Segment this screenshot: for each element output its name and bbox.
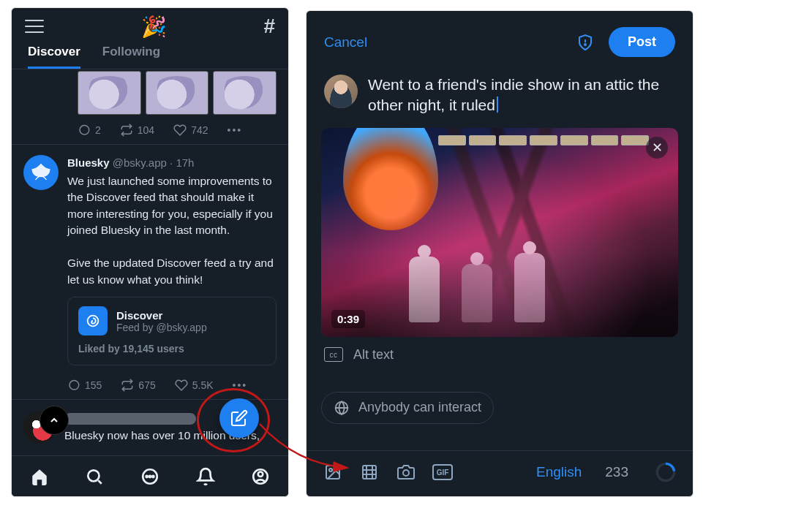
svg-point-3: [146, 475, 148, 477]
reply-count: 2: [95, 124, 101, 136]
post-button[interactable]: Post: [609, 27, 675, 57]
nav-chat-icon[interactable]: [140, 467, 159, 486]
reply-count: 155: [85, 379, 102, 391]
repost-button[interactable]: 104: [120, 124, 154, 137]
svg-rect-13: [363, 466, 376, 479]
video-duration: 0:39: [331, 310, 365, 328]
bottom-nav: [12, 455, 288, 496]
post-header[interactable]: Bluesky @bsky.app · 17h: [67, 155, 277, 170]
svg-point-5: [152, 475, 154, 477]
author-name: Bluesky: [67, 156, 110, 169]
like-button[interactable]: 5.5K: [175, 379, 214, 392]
reply-button[interactable]: 155: [67, 379, 102, 392]
composer-screen: Cancel Post Went to a friend's indie sho…: [306, 10, 693, 497]
attached-video[interactable]: 0:39 ✕: [321, 128, 678, 337]
hashtag-icon[interactable]: #: [263, 15, 275, 38]
shield-warning-icon[interactable]: [576, 34, 594, 51]
reply-button[interactable]: 2: [78, 124, 101, 137]
composer-top-bar: Cancel Post: [307, 11, 693, 64]
scroll-to-top-button[interactable]: [40, 406, 69, 435]
compose-textarea[interactable]: Went to a friend's indie show in an atti…: [368, 75, 675, 116]
post-timestamp: 17h: [176, 156, 194, 169]
svg-point-7: [258, 471, 263, 477]
compose-fab-button[interactable]: [219, 398, 259, 438]
repost-count: 675: [138, 379, 155, 391]
nav-search-icon[interactable]: [85, 467, 104, 486]
repost-count: 104: [138, 124, 154, 136]
feed-screen: 🎉 # Discover Following 2 104 742 •••: [11, 7, 289, 497]
feed-tabs: Discover Following: [12, 45, 288, 69]
tab-discover[interactable]: Discover: [28, 45, 80, 69]
svg-point-1: [89, 470, 99, 481]
composer-toolbar: GIF English 233: [307, 450, 693, 496]
more-icon[interactable]: •••: [228, 124, 243, 136]
post-image-grid[interactable]: [12, 69, 288, 116]
nav-bell-icon[interactable]: [196, 467, 215, 486]
post-actions-row: 2 104 742 •••: [12, 116, 288, 144]
svg-point-4: [149, 475, 151, 477]
like-button[interactable]: 742: [173, 124, 208, 137]
svg-point-12: [329, 469, 332, 471]
gif-icon[interactable]: GIF: [432, 464, 453, 480]
compose-row: Went to a friend's indie show in an atti…: [307, 64, 693, 121]
avatar[interactable]: [23, 155, 59, 190]
author-handle: @bsky.app: [113, 156, 167, 169]
feed-embed-card[interactable]: Discover Feed by @bsky.app Liked by 19,1…: [67, 297, 277, 365]
cc-icon: cc: [324, 347, 343, 362]
more-icon[interactable]: •••: [233, 379, 248, 391]
feed-title: Discover: [116, 309, 207, 322]
post-actions-row: 155 675 5.5K •••: [67, 371, 277, 399]
svg-point-18: [403, 470, 409, 476]
user-avatar[interactable]: [324, 75, 358, 108]
nav-profile-icon[interactable]: [251, 467, 270, 486]
camera-icon[interactable]: [396, 463, 416, 481]
redacted-header: [64, 413, 196, 425]
interaction-settings-button[interactable]: Anybody can interact: [321, 392, 494, 424]
nav-home-icon[interactable]: [30, 467, 49, 486]
video-icon[interactable]: [359, 463, 380, 481]
remove-media-button[interactable]: ✕: [646, 137, 668, 159]
cancel-button[interactable]: Cancel: [324, 34, 367, 50]
feed-post: Bluesky @bsky.app · 17h We just launched…: [12, 144, 288, 399]
top-bar: 🎉 #: [12, 8, 288, 45]
app-logo-graphic: 🎉: [141, 15, 167, 39]
language-button[interactable]: English: [536, 464, 582, 480]
post-text: We just launched some improvements to th…: [67, 173, 277, 288]
repost-button[interactable]: 675: [121, 379, 155, 392]
like-count: 5.5K: [192, 379, 214, 391]
menu-icon[interactable]: [25, 20, 44, 33]
feed-likes: Liked by 19,145 users: [78, 343, 266, 355]
feed-subtitle: Feed by @bsky.app: [116, 322, 207, 333]
alt-text-button[interactable]: cc Alt text: [307, 337, 693, 367]
tab-following[interactable]: Following: [102, 45, 160, 69]
char-progress-ring: [655, 461, 677, 483]
interaction-label: Anybody can interact: [358, 400, 481, 415]
alt-text-label: Alt text: [353, 347, 394, 363]
feed-icon: [78, 306, 108, 335]
char-count: 233: [605, 464, 628, 480]
svg-point-9: [584, 44, 586, 45]
gallery-icon[interactable]: [323, 463, 343, 481]
like-count: 742: [191, 124, 208, 136]
